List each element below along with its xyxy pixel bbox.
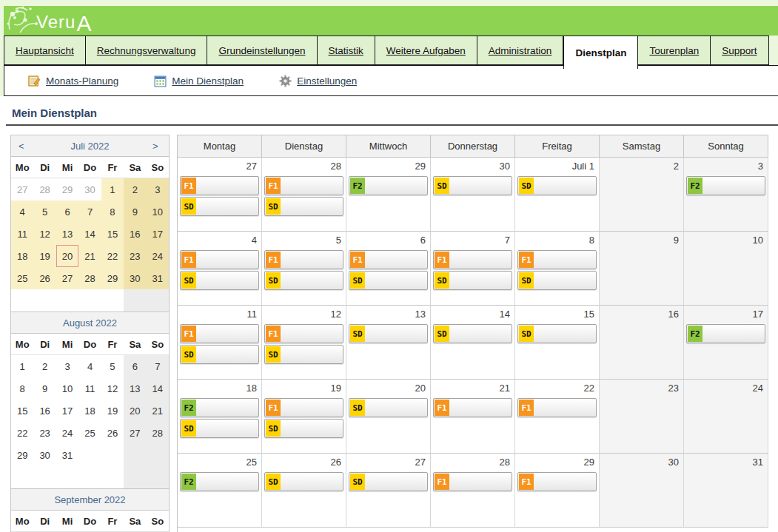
shift-bar-sd[interactable]: SD: [433, 271, 512, 290]
mini-day-cell[interactable]: 6: [56, 201, 78, 223]
toolbar-item-monats-planung[interactable]: Monats-Planung: [28, 75, 118, 87]
mini-day-cell[interactable]: 25: [11, 267, 33, 289]
day-cell-11[interactable]: 11F1SD: [178, 306, 262, 380]
day-cell-27[interactable]: 27SD: [346, 454, 431, 528]
shift-bar-f1[interactable]: F1: [264, 324, 343, 343]
day-cell-25[interactable]: 25F2: [178, 454, 262, 528]
mini-day-cell[interactable]: 29: [56, 178, 78, 201]
shift-bar-sd[interactable]: SD: [264, 345, 343, 364]
shift-bar-f1[interactable]: F1: [264, 398, 343, 417]
mini-day-cell[interactable]: 28: [33, 178, 56, 201]
shift-bar-sd[interactable]: SD: [264, 472, 343, 491]
day-cell-10[interactable]: 10: [684, 232, 768, 306]
shift-bar-sd[interactable]: SD: [180, 419, 259, 438]
mini-day-cell[interactable]: 28: [147, 422, 169, 444]
shift-bar-f2[interactable]: F2: [180, 472, 259, 491]
mini-day-cell[interactable]: 30: [33, 444, 56, 466]
day-cell-30[interactable]: 30: [600, 454, 684, 528]
mini-day-cell[interactable]: 11: [11, 223, 33, 245]
mini-day-cell[interactable]: 17: [147, 223, 169, 245]
day-cell-14[interactable]: 14SD: [431, 306, 515, 380]
toolbar-item-mein-dienstplan[interactable]: Mein Dienstplan: [154, 75, 244, 87]
mini-day-cell[interactable]: 31: [56, 444, 78, 466]
day-cell-2[interactable]: 2: [600, 158, 684, 232]
shift-bar-sd[interactable]: SD: [180, 271, 259, 290]
mini-day-cell[interactable]: 19: [101, 400, 124, 422]
mini-day-cell[interactable]: 24: [56, 422, 78, 444]
mini-day-cell[interactable]: 14: [78, 223, 101, 245]
mini-day-cell[interactable]: 3: [56, 355, 78, 377]
mini-day-cell[interactable]: 29: [101, 267, 124, 289]
shift-bar-sd[interactable]: SD: [433, 324, 512, 343]
day-cell-20[interactable]: 20SD: [346, 380, 431, 454]
toolbar-item-einstellungen[interactable]: Einstellungen: [279, 75, 357, 87]
day-cell-23[interactable]: 23: [600, 380, 684, 454]
shift-bar-f2[interactable]: F2: [180, 398, 259, 417]
shift-bar-f2[interactable]: F2: [686, 324, 765, 343]
day-cell-12[interactable]: 12F1SD: [262, 306, 346, 380]
day-cell-27[interactable]: 27F1SD: [178, 158, 262, 232]
mini-day-cell[interactable]: 29: [11, 444, 33, 466]
day-cell-18[interactable]: 18F2SD: [178, 380, 262, 454]
mini-day-cell[interactable]: 22: [11, 422, 33, 444]
shift-bar-sd[interactable]: SD: [349, 324, 428, 343]
mini-day-cell[interactable]: 4: [78, 355, 101, 377]
day-cell-13[interactable]: 13SD: [346, 306, 431, 380]
mini-day-cell[interactable]: 19: [33, 245, 56, 267]
mini-day-cell[interactable]: 30: [124, 267, 146, 289]
mini-day-cell[interactable]: 26: [33, 267, 56, 289]
day-cell-6[interactable]: 6F1SD: [346, 232, 431, 306]
mini-day-cell[interactable]: 20: [124, 400, 146, 422]
shift-bar-f1[interactable]: F1: [517, 472, 597, 491]
mini-day-cell[interactable]: 8: [101, 201, 124, 223]
tab-administration[interactable]: Administration: [477, 36, 564, 65]
day-cell-31[interactable]: 31: [684, 454, 768, 528]
mini-day-cell[interactable]: 2: [124, 178, 146, 201]
mini-day-cell[interactable]: 3: [147, 178, 169, 201]
day-cell-3[interactable]: 3F2: [684, 158, 768, 232]
mini-day-cell[interactable]: 10: [56, 377, 78, 400]
shift-bar-sd[interactable]: SD: [433, 176, 512, 195]
mini-day-cell[interactable]: 24: [147, 245, 169, 267]
day-cell-24[interactable]: 24: [684, 380, 768, 454]
day-cell-29[interactable]: 29F1: [515, 454, 600, 528]
mini-day-cell[interactable]: 14: [147, 377, 169, 400]
tab-rechnungsverwaltung[interactable]: Rechnungsverwaltung: [86, 36, 208, 65]
mini-day-cell[interactable]: 2: [33, 355, 56, 377]
day-cell-30[interactable]: 30SD: [431, 158, 515, 232]
mini-day-cell[interactable]: 5: [101, 355, 124, 377]
shift-bar-sd[interactable]: SD: [264, 271, 343, 290]
day-cell-juli-1[interactable]: Juli 1SD: [515, 158, 600, 232]
shift-bar-sd[interactable]: SD: [517, 271, 597, 290]
tab-hauptansicht[interactable]: Hauptansicht: [4, 36, 86, 65]
mini-day-cell[interactable]: 23: [124, 245, 146, 267]
day-cell-19[interactable]: 19F1SD: [262, 380, 346, 454]
shift-bar-f1[interactable]: F1: [433, 472, 512, 491]
day-cell-5[interactable]: 5F1SD: [262, 232, 346, 306]
day-cell-22[interactable]: 22F1: [515, 380, 600, 454]
mini-day-cell[interactable]: 13: [124, 377, 146, 400]
mini-day-cell[interactable]: 6: [124, 355, 146, 377]
day-cell-16[interactable]: 16: [600, 306, 684, 380]
mini-day-cell[interactable]: 31: [147, 267, 169, 289]
shift-bar-f1[interactable]: F1: [180, 250, 259, 269]
mini-day-cell[interactable]: 5: [33, 201, 56, 223]
mini-day-cell[interactable]: 20: [56, 245, 78, 267]
prev-month-button[interactable]: <: [19, 141, 27, 152]
mini-day-cell[interactable]: 27: [11, 178, 33, 201]
shift-bar-f1[interactable]: F1: [349, 250, 428, 269]
mini-day-cell[interactable]: 12: [33, 223, 56, 245]
shift-bar-sd[interactable]: SD: [264, 419, 343, 438]
shift-bar-f1[interactable]: F1: [180, 176, 259, 195]
mini-day-cell[interactable]: 27: [124, 422, 146, 444]
mini-day-cell[interactable]: 22: [101, 245, 124, 267]
shift-bar-f2[interactable]: F2: [349, 176, 428, 195]
shift-bar-sd[interactable]: SD: [517, 324, 597, 343]
tab-dienstplan[interactable]: Dienstplan: [563, 36, 638, 69]
day-cell-29[interactable]: 29F2: [346, 158, 431, 232]
next-month-button[interactable]: >: [152, 141, 161, 152]
mini-day-cell[interactable]: 21: [78, 245, 101, 267]
shift-bar-f2[interactable]: F2: [686, 176, 765, 195]
mini-day-cell[interactable]: 9: [124, 201, 146, 223]
shift-bar-sd[interactable]: SD: [517, 176, 597, 195]
